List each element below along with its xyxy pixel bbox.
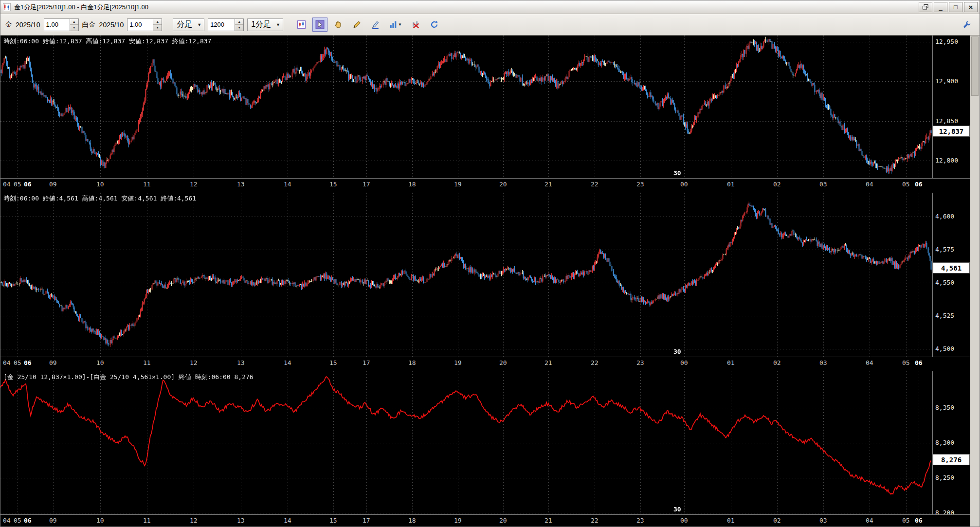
pan-tool-button[interactable] <box>331 18 346 32</box>
x-axis-tick: 22 <box>591 517 599 524</box>
x-axis-tick: 09 <box>49 181 57 188</box>
y-axis-tick: 4,525 <box>935 312 954 319</box>
x-axis-tick: 05 <box>14 517 21 524</box>
indicator-button[interactable]: ▼ <box>386 18 405 32</box>
remove-indicator-button[interactable] <box>408 18 423 32</box>
gold-multiplier-spinner[interactable]: ▲ ▼ <box>44 18 79 31</box>
x-axis-tick: 04 <box>866 181 873 188</box>
title-bar[interactable]: 金1分足[2025/10]1.00 - 白金1分足[2025/10]1.00 _… <box>0 0 980 14</box>
x-axis-tick: 05 <box>902 181 910 188</box>
x-axis-tick: 23 <box>636 181 644 188</box>
x-axis-tick: 11 <box>143 181 151 188</box>
delete-chart-icon <box>411 20 420 29</box>
last-price-badge: 12,837 <box>933 126 970 137</box>
gold-month-label[interactable]: 2025/10 <box>16 21 40 29</box>
spinner-up-icon[interactable]: ▲ <box>235 19 243 25</box>
marker-pen-icon <box>371 20 380 29</box>
x-axis-tick: 18 <box>408 359 416 366</box>
window-minimize-button[interactable]: _ <box>934 2 947 12</box>
hand-icon <box>334 20 343 29</box>
spread-plot-area[interactable]: [金 25/10 12,837×1.00]-[白金 25/10 4,561×1.… <box>0 371 933 515</box>
refresh-button[interactable] <box>427 18 442 32</box>
x-axis-tick: 13 <box>237 181 245 188</box>
date-marker: 30 <box>673 506 681 513</box>
window-close-button[interactable]: × <box>964 2 978 12</box>
x-axis-tick: 20 <box>499 517 507 524</box>
spinner-up-icon[interactable]: ▲ <box>153 19 162 25</box>
platinum-x-axis: 0405060910111213141517181920212223000102… <box>0 357 933 369</box>
y-axis-tick: 4,550 <box>935 279 954 286</box>
gold-plot-area[interactable]: 時刻:06:00 始値:12,837 高値:12,837 安値:12,837 終… <box>0 36 933 179</box>
platinum-y-axis: 4,6004,5754,5504,5254,5004,561 <box>933 193 970 357</box>
y-axis-tick: 8,350 <box>935 404 954 411</box>
vertical-scrollbar[interactable] <box>970 36 980 527</box>
x-axis-tick: 06 <box>24 181 32 188</box>
x-axis-tick: 14 <box>284 517 291 524</box>
x-axis-tick: 12 <box>190 181 198 188</box>
y-axis-tick: 12,900 <box>935 77 958 85</box>
x-axis-tick: 04 <box>3 181 11 188</box>
window-restore-button[interactable] <box>919 2 932 12</box>
window-maximize-button[interactable]: □ <box>949 2 962 12</box>
chevron-down-icon: ▼ <box>196 22 203 27</box>
y-axis-tick: 4,600 <box>935 213 954 220</box>
x-axis-tick: 17 <box>363 181 370 188</box>
gold-multiplier-input[interactable] <box>44 19 70 31</box>
x-axis-tick: 05 <box>14 181 21 188</box>
platinum-candlestick-chart[interactable] <box>0 193 932 357</box>
x-axis-tick: 20 <box>499 181 507 188</box>
y-axis-tick: 4,575 <box>935 246 954 253</box>
x-axis-tick: 06 <box>24 359 32 366</box>
x-axis-tick: 14 <box>284 359 291 366</box>
date-marker: 30 <box>673 169 681 177</box>
platinum-chart-panel: 時刻:06:00 始値:4,561 高値:4,561 安値:4,561 終値:4… <box>0 193 970 369</box>
gold-candlestick-chart[interactable] <box>0 36 932 178</box>
x-axis-tick: 06 <box>915 517 923 524</box>
x-axis-tick: 03 <box>819 181 827 188</box>
platinum-label: 白金 <box>82 20 96 29</box>
x-axis-tick: 19 <box>454 181 462 188</box>
x-axis-tick: 01 <box>727 517 735 524</box>
draw-tool-button[interactable] <box>368 18 383 32</box>
x-axis-tick: 12 <box>190 517 198 524</box>
settings-button[interactable] <box>960 18 975 32</box>
x-axis-tick: 05 <box>902 359 910 366</box>
spinner-up-icon[interactable]: ▲ <box>70 19 78 25</box>
timeframe-dropdown[interactable]: 1分足 ▼ <box>247 18 283 31</box>
x-axis-tick: 13 <box>237 517 245 524</box>
spinner-down-icon[interactable]: ▼ <box>153 24 162 31</box>
gold-chart-panel: 時刻:06:00 始値:12,837 高値:12,837 安値:12,837 終… <box>0 36 970 190</box>
spinner-down-icon[interactable]: ▼ <box>235 24 243 31</box>
x-axis-tick: 12 <box>190 359 198 366</box>
x-axis-tick: 22 <box>591 181 599 188</box>
trendline-tool-button[interactable] <box>349 18 364 32</box>
bar-type-dropdown[interactable]: 分足 ▼ <box>173 18 204 31</box>
bar-count-spinner[interactable]: ▲ ▼ <box>208 18 244 31</box>
platinum-multiplier-input[interactable] <box>127 19 153 31</box>
x-axis-tick: 23 <box>636 517 644 524</box>
chart-area: 時刻:06:00 始値:12,837 高値:12,837 安値:12,837 終… <box>0 36 980 527</box>
scrollbar-thumb[interactable] <box>971 36 979 96</box>
x-axis-tick: 17 <box>363 359 370 366</box>
bar-count-input[interactable] <box>208 19 235 31</box>
wrench-icon <box>962 20 972 29</box>
spread-chart-panel: [金 25/10 12,837×1.00]-[白金 25/10 4,561×1.… <box>0 371 970 527</box>
platinum-month-label[interactable]: 2025/10 <box>99 21 124 29</box>
gold-ohlc-info: 時刻:06:00 始値:12,837 高値:12,837 安値:12,837 終… <box>3 37 211 46</box>
spread-line-chart[interactable] <box>0 371 932 514</box>
app-icon <box>2 3 11 12</box>
platinum-multiplier-spinner[interactable]: ▲ ▼ <box>127 18 162 31</box>
x-axis-tick: 09 <box>49 359 57 366</box>
x-axis-tick: 04 <box>3 359 11 366</box>
x-axis-tick: 03 <box>819 359 827 366</box>
x-axis-tick: 21 <box>544 359 552 366</box>
pointer-tool-button[interactable] <box>312 18 327 32</box>
spread-x-axis: 0405060910111213141517181920212223000102… <box>0 515 933 527</box>
platinum-plot-area[interactable]: 時刻:06:00 始値:4,561 高値:4,561 安値:4,561 終値:4… <box>0 193 933 357</box>
spread-info: [金 25/10 12,837×1.00]-[白金 25/10 4,561×1.… <box>3 373 254 382</box>
chart-type-button[interactable] <box>294 18 309 32</box>
x-axis-tick: 01 <box>727 359 735 366</box>
x-axis-tick: 06 <box>915 181 923 188</box>
chevron-down-icon: ▼ <box>274 22 282 27</box>
spinner-down-icon[interactable]: ▼ <box>70 24 78 31</box>
